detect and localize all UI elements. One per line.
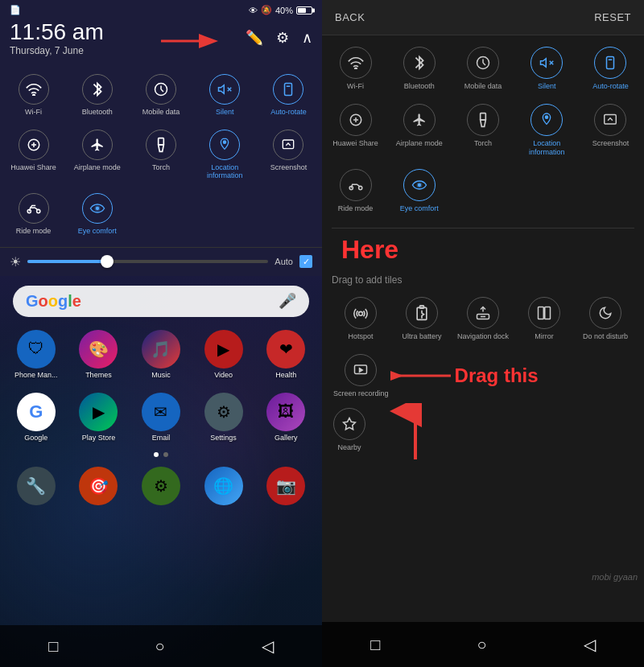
up-arrow	[383, 403, 448, 467]
wifi-icon	[19, 74, 49, 105]
app-misc1[interactable]: 🔧	[6, 463, 66, 511]
settings-icon[interactable]: ⚙	[276, 29, 289, 47]
svg-point-16	[96, 208, 98, 210]
app-health[interactable]: ❤ Health	[256, 327, 316, 383]
search-bar-wrap: Google 🎤	[0, 276, 322, 323]
app-phone-manager[interactable]: 🛡 Phone Man...	[6, 327, 66, 383]
collapse-icon[interactable]: ∧	[302, 29, 312, 47]
qs-torch[interactable]: Torch	[130, 125, 191, 186]
mic-icon[interactable]: 🎤	[279, 292, 296, 310]
right-wifi[interactable]: Wi-Fi	[325, 42, 386, 96]
qs-eye-comfort[interactable]: Eye comfort	[67, 188, 127, 241]
app-misc2[interactable]: 🎯	[69, 463, 129, 511]
app-play-store[interactable]: ▶ Play Store	[69, 389, 129, 446]
right-ride-mode[interactable]: Ride mode	[325, 164, 386, 218]
drag-nav-dock[interactable]: Navigation dock	[454, 292, 512, 346]
app-misc3[interactable]: ⚙	[131, 463, 191, 511]
chrome-icon: 🌐	[204, 467, 243, 505]
qs-silent[interactable]: Silent	[195, 69, 255, 121]
screen-recording-row: Screen recording Drag this	[332, 349, 634, 403]
screen-recording-label: Screen recording	[333, 389, 389, 398]
nearby-icon	[333, 408, 365, 440]
right-bluetooth[interactable]: Bluetooth	[389, 42, 449, 96]
left-nav-bar: □ ○ ◁	[0, 625, 322, 667]
app-settings[interactable]: ⚙ Settings	[194, 389, 254, 446]
page-dot-2[interactable]	[163, 452, 168, 457]
right-torch[interactable]: Torch	[452, 99, 513, 162]
google-label: Google	[24, 434, 47, 443]
app-music[interactable]: 🎵 Music	[131, 327, 191, 383]
right-ride-icon	[340, 169, 372, 201]
drag-dnd[interactable]: Do not disturb	[576, 292, 634, 346]
left-panel: 📄 👁 🔕 40% 11:56 am Thursday, 7 June	[0, 0, 322, 667]
bluetooth-label: Bluetooth	[82, 108, 113, 117]
qs-screenshot[interactable]: Screenshot	[258, 125, 319, 186]
mirror-icon	[528, 297, 560, 329]
drag-ultra-battery[interactable]: Ultra battery	[393, 292, 451, 346]
svg-rect-38	[545, 307, 551, 319]
brightness-auto-label: Auto	[275, 257, 293, 266]
app-camera[interactable]: 📷	[256, 463, 316, 511]
phone-manager-icon: 🛡	[17, 330, 56, 368]
settings-label: Settings	[210, 434, 237, 443]
drag-mirror[interactable]: Mirror	[515, 292, 573, 346]
right-location[interactable]: Location information	[517, 99, 577, 162]
drag-screen-recording[interactable]: Screen recording	[332, 349, 390, 403]
email-label: Email	[152, 434, 171, 443]
right-nav-back[interactable]: ◁	[564, 632, 615, 657]
status-bar-right: 👁 🔕 40%	[249, 5, 312, 15]
status-bar: 📄 👁 🔕 40%	[0, 0, 322, 19]
qs-huawei-share[interactable]: Huawei Share	[3, 125, 64, 186]
google-logo: Google	[26, 292, 81, 311]
time-block: 11:56 am Thursday, 7 June ✏️ ⚙ ∧	[0, 19, 322, 63]
right-nav-recents[interactable]: □	[351, 632, 399, 657]
misc2-icon: 🎯	[79, 467, 118, 505]
airplane-icon	[82, 130, 113, 160]
right-mobile-data[interactable]: Mobile data	[452, 42, 513, 96]
app-chrome[interactable]: 🌐	[194, 463, 254, 511]
search-bar[interactable]: Google 🎤	[13, 286, 309, 317]
right-eye-icon	[403, 169, 436, 201]
left-nav-back[interactable]: ◁	[242, 633, 293, 659]
drag-grid: Hotspot Ultra battery	[332, 292, 634, 346]
right-torch-icon	[467, 104, 499, 136]
drag-hotspot[interactable]: Hotspot	[332, 292, 390, 346]
right-screenshot[interactable]: Screenshot	[580, 99, 641, 162]
battery-percent: 40%	[275, 6, 293, 15]
right-mobile-label: Mobile data	[464, 82, 502, 91]
right-nav-home[interactable]: ○	[457, 632, 506, 657]
music-icon: 🎵	[142, 330, 180, 368]
right-airplane[interactable]: Airplane mode	[389, 99, 449, 162]
ultra-battery-label: Ultra battery	[402, 332, 441, 341]
qs-bluetooth[interactable]: Bluetooth	[67, 69, 127, 121]
right-location-label: Location information	[518, 139, 576, 157]
right-eye-comfort[interactable]: Eye comfort	[389, 164, 449, 218]
qs-wifi[interactable]: Wi-Fi	[3, 69, 64, 121]
qs-location[interactable]: Location information	[195, 125, 255, 186]
reset-button[interactable]: RESET	[594, 11, 631, 23]
divider	[332, 228, 634, 229]
qs-mobile-data[interactable]: Mobile data	[130, 69, 191, 121]
app-email[interactable]: ✉ Email	[131, 389, 191, 446]
app-video[interactable]: ▶ Video	[194, 327, 254, 383]
left-nav-recents[interactable]: □	[29, 634, 77, 659]
right-huawei-share[interactable]: Huawei Share	[325, 99, 386, 162]
right-silent[interactable]: Silent	[517, 42, 577, 96]
app-google[interactable]: G Google	[6, 389, 66, 446]
bluetooth-icon	[82, 74, 113, 105]
date-display: Thursday, 7 June	[10, 45, 104, 56]
page-dot-1[interactable]	[154, 452, 159, 457]
airplane-label: Airplane mode	[74, 163, 121, 172]
qs-autorotate[interactable]: Auto-rotate	[258, 69, 319, 121]
qs-ride-mode[interactable]: Ride mode	[3, 188, 64, 241]
drag-nearby[interactable]: Nearby	[332, 403, 367, 457]
brightness-checkbox[interactable]: ✓	[299, 255, 312, 268]
app-themes[interactable]: 🎨 Themes	[69, 327, 129, 383]
app-gallery[interactable]: 🖼 Gallery	[256, 389, 316, 446]
qs-airplane[interactable]: Airplane mode	[67, 125, 127, 186]
right-autorotate[interactable]: Auto-rotate	[580, 42, 641, 96]
back-button[interactable]: BACK	[335, 11, 365, 23]
brightness-track[interactable]	[27, 260, 268, 263]
edit-icon[interactable]: ✏️	[246, 29, 263, 47]
left-nav-home[interactable]: ○	[135, 634, 184, 659]
